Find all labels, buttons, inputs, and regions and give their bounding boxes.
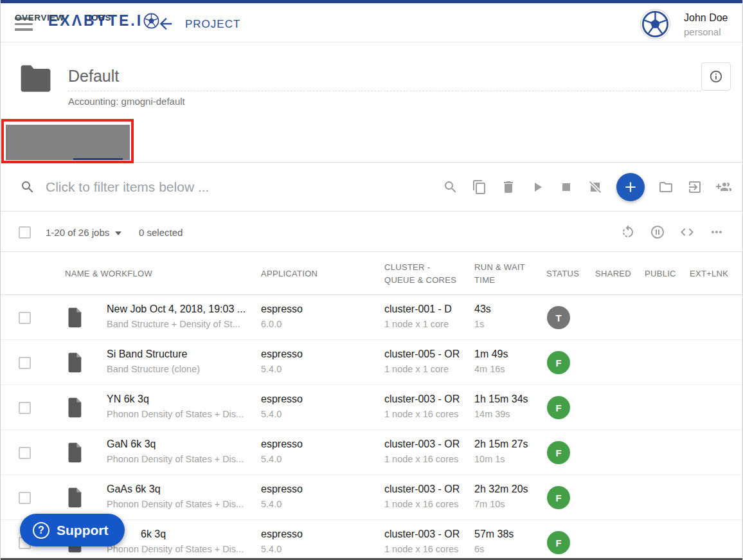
active-tab-indicator — [73, 158, 123, 160]
job-cores: 1 node x 16 cores — [384, 499, 460, 509]
question-mark-icon: ? — [33, 522, 49, 539]
job-app-version: 5.4.0 — [261, 364, 303, 374]
pagination-label: 1-20 of 26 jobs — [46, 227, 109, 238]
status-badge: F — [547, 441, 570, 464]
job-application: espresso — [261, 528, 303, 540]
job-cores: 1 node x 1 core — [384, 364, 460, 374]
more-options-button[interactable] — [709, 224, 724, 240]
job-application: espresso — [261, 393, 303, 405]
job-cores: 1 node x 16 cores — [384, 454, 460, 464]
job-wait-time: 7m 10s — [474, 499, 528, 509]
select-all-checkbox[interactable] — [19, 226, 31, 239]
job-file-icon — [66, 442, 84, 464]
info-button[interactable] — [701, 62, 731, 91]
abort-button[interactable] — [587, 179, 603, 195]
job-run-time: 43s — [474, 303, 491, 315]
job-app-version: 5.4.0 — [261, 499, 303, 509]
stop-button[interactable] — [559, 179, 574, 195]
table-row[interactable]: New Job Oct 4, 2018, 19:03 ...Band Struc… — [1, 295, 742, 340]
table-row[interactable]: GaAs 6k 3qPhonon Density of States + Dis… — [1, 475, 742, 520]
job-run-time: 1h 15m 34s — [474, 393, 528, 405]
abort-icon — [587, 179, 603, 195]
status-badge: F — [547, 531, 570, 554]
app-window: EXΛBYTE.I PROJECT — [0, 0, 743, 560]
reload-button[interactable] — [620, 224, 636, 240]
job-file-icon — [66, 397, 84, 419]
toolbar-search-button[interactable] — [443, 179, 458, 195]
code-view-button[interactable] — [679, 224, 695, 240]
row-checkbox[interactable] — [19, 402, 31, 414]
search-icon — [443, 179, 458, 195]
page-title: Default — [68, 67, 119, 86]
job-wait-time: 1s — [474, 319, 491, 329]
support-button[interactable]: ? Support — [20, 514, 125, 546]
job-run-time: 2h 15m 27s — [474, 438, 528, 450]
filter-input[interactable] — [46, 176, 406, 199]
code-icon — [679, 224, 695, 240]
row-checkbox[interactable] — [19, 447, 31, 459]
row-checkbox[interactable] — [19, 357, 31, 369]
job-file-icon — [66, 487, 84, 509]
delete-button[interactable] — [501, 179, 516, 195]
tab-jobs[interactable]: JOBS — [86, 0, 111, 35]
rotate-left-icon — [620, 224, 636, 240]
job-app-version: 5.4.0 — [261, 409, 303, 419]
job-run-time: 57m 38s — [474, 528, 514, 540]
copy-icon — [472, 179, 487, 195]
row-checkbox[interactable] — [19, 492, 31, 504]
pause-circle-icon — [650, 224, 665, 240]
column-header-ext: EXT+LNK — [690, 252, 728, 295]
job-file-icon — [66, 352, 84, 374]
move-to-folder-button[interactable] — [658, 179, 674, 195]
job-cluster: cluster-003 - OR — [384, 393, 460, 405]
selected-count: 0 selected — [139, 227, 183, 238]
tab-overview[interactable]: OVERVIEW — [15, 0, 64, 35]
column-header-cluster: CLUSTER - QUEUE & CORES — [384, 252, 461, 295]
run-button[interactable] — [530, 179, 545, 195]
project-folder-icon — [18, 64, 53, 93]
avatar[interactable] — [640, 9, 670, 39]
job-run-time: 2h 32m 20s — [474, 483, 528, 495]
job-workflow: Band Structure + Density of St... — [107, 319, 246, 329]
job-app-version: 5.4.0 — [261, 454, 303, 464]
table-row[interactable]: Si Band StructureBand Structure (clone) … — [1, 340, 742, 385]
selection-actions — [620, 212, 724, 252]
pagination-dropdown[interactable]: 1-20 of 26 jobs — [46, 227, 121, 238]
row-checkbox[interactable] — [19, 312, 31, 324]
status-badge: T — [547, 306, 570, 329]
play-icon — [530, 179, 545, 195]
create-job-button[interactable] — [616, 173, 645, 201]
column-header-run: RUN & WAIT TIME — [474, 252, 533, 295]
column-header-public: PUBLIC — [645, 252, 676, 295]
job-application: espresso — [261, 483, 303, 495]
job-application: espresso — [261, 348, 303, 360]
jobs-toolbar — [443, 163, 731, 212]
job-wait-time: 14m 39s — [474, 409, 528, 419]
table-row[interactable]: GaN 6k 3qPhonon Density of States + Dis.… — [1, 430, 742, 475]
table-row[interactable]: YN 6k 3qPhonon Density of States + Dis..… — [1, 385, 742, 430]
breadcrumb: PROJECT — [185, 18, 240, 31]
info-icon — [709, 69, 723, 84]
column-header-shared: SHARED — [595, 252, 631, 295]
exit-to-app-icon — [687, 179, 703, 195]
tabs-bar — [6, 125, 130, 160]
back-arrow-icon[interactable] — [157, 15, 175, 33]
job-app-version: 6.0.0 — [261, 319, 303, 329]
pause-button[interactable] — [650, 224, 665, 240]
job-name: Si Band Structure — [107, 348, 200, 360]
status-badge: F — [547, 486, 570, 509]
duplicate-button[interactable] — [472, 179, 487, 195]
job-name: New Job Oct 4, 2018, 19:03 ... — [107, 303, 246, 315]
job-wait-time: 10m 1s — [474, 454, 528, 464]
top-accent-bar — [1, 0, 742, 3]
import-button[interactable] — [687, 179, 703, 195]
user-name: John Doe — [684, 12, 728, 24]
job-name: YN 6k 3q — [107, 393, 244, 405]
share-button[interactable] — [716, 179, 731, 195]
column-header-application: APPLICATION — [261, 252, 318, 295]
folder-icon — [658, 179, 674, 195]
job-workflow: Phonon Density of States + Dis... — [107, 454, 244, 464]
filter-toolbar — [1, 163, 742, 212]
status-badge: F — [547, 351, 570, 374]
job-cluster: cluster-003 - OR — [384, 483, 460, 495]
